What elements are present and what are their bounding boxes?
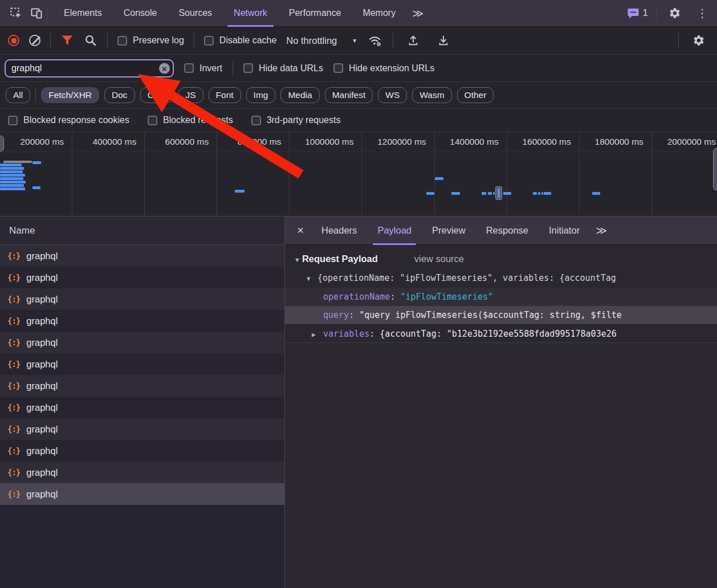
tab-performance[interactable]: Performance [278,0,352,27]
tab-elements[interactable]: Elements [53,0,113,27]
request-name: graphql [26,402,58,413]
request-name: graphql [26,316,58,326]
overflow-menu-icon[interactable]: ⋮ [693,6,711,20]
blocked-response-cookies-checkbox[interactable]: Blocked response cookies [8,115,129,125]
overview-selection-marker[interactable] [495,186,502,200]
request-details-panel: × HeadersPayloadPreviewResponseInitiator… [285,217,717,588]
expand-open-icon[interactable]: ▼ [307,270,317,288]
chip-img[interactable]: Img [246,87,276,103]
name-column-header[interactable]: Name [0,217,284,245]
preserve-log-checkbox[interactable]: Preserve log [117,35,184,46]
settings-gear-icon[interactable] [665,3,685,23]
disable-cache-checkbox[interactable]: Disable cache [204,35,277,46]
chip-ws[interactable]: WS [378,87,407,103]
request-row[interactable]: {:}graphql [0,397,284,418]
more-detail-tabs-icon[interactable]: ≫ [590,224,613,237]
chip-js[interactable]: JS [178,87,203,103]
requests-list: {:}graphql{:}graphql{:}graphql{:}graphql… [0,245,284,505]
payload-pane: ▼ Request Payload view source ▼{operatio… [285,245,717,343]
chip-css[interactable]: CSS [140,87,173,103]
clear-filter-icon[interactable]: × [159,63,170,74]
request-row[interactable]: {:}graphql [0,440,284,462]
view-source-link[interactable]: view source [414,254,464,264]
details-tab-headers[interactable]: Headers [311,217,367,245]
request-row[interactable]: {:}graphql [0,332,284,353]
payload-row-variables[interactable]: ▶variables: {accountTag: "b12e3b2192ee55… [285,324,717,342]
inspect-element-icon[interactable] [6,3,26,23]
request-row[interactable]: {:}graphql [0,462,284,483]
3rd-party-requests-checkbox[interactable]: 3rd-party requests [251,115,341,125]
divider [35,88,36,103]
close-details-icon[interactable]: × [290,224,311,237]
chip-media[interactable]: Media [280,87,319,103]
hide-data-urls-checkbox[interactable]: Hide data URLs [243,63,323,74]
network-conditions-icon[interactable] [367,31,383,50]
details-tab-payload[interactable]: Payload [367,217,422,245]
overview-left-gripper[interactable] [0,136,4,152]
details-tab-initiator[interactable]: Initiator [539,217,590,245]
divider [393,33,393,48]
hide-extension-urls-checkbox[interactable]: Hide extension URLs [333,63,434,74]
export-har-icon[interactable] [433,31,454,50]
chip-manifest[interactable]: Manifest [325,87,373,103]
payload-value: {accountTag: "b12e3b2192ee5588fdad995178… [380,329,616,339]
overview-right-gripper[interactable] [713,148,717,190]
payload-value: "query ipFlowTimeseries($accountTag: str… [359,310,622,320]
checkbox-box [251,116,261,125]
blocked-requests-checkbox[interactable]: Blocked requests [148,115,233,125]
chip-wasm[interactable]: Wasm [412,87,451,103]
json-braces-icon: {:} [7,273,20,282]
network-settings-gear-icon[interactable] [689,31,709,50]
overview-request-bar [235,190,245,193]
throttling-select[interactable]: No throttling ▼ [286,35,357,46]
request-row[interactable]: {:}graphql [0,375,284,397]
request-row[interactable]: {:}graphql [0,353,284,375]
chip-fetch-xhr[interactable]: Fetch/XHR [41,87,99,103]
filter-input[interactable] [5,59,174,77]
payload-row-operationName[interactable]: operationName: "ipFlowTimeseries" [285,288,717,306]
request-row[interactable]: {:}graphql [0,483,284,505]
chip-doc[interactable]: Doc [104,87,135,103]
import-har-icon[interactable] [403,31,423,50]
chip-all[interactable]: All [6,87,30,103]
device-toolbar-icon[interactable] [26,3,47,23]
json-braces-icon: {:} [7,424,20,434]
checkbox-box [148,116,157,125]
filter-icon[interactable] [60,31,74,50]
tab-console[interactable]: Console [113,0,168,27]
overview-request-bar [426,192,434,195]
details-tab-bar: × HeadersPayloadPreviewResponseInitiator… [285,217,717,245]
overview-request-bar [32,186,40,189]
tab-sources[interactable]: Sources [168,0,223,27]
request-name: graphql [26,337,58,348]
divider [107,33,108,48]
record-network-log-button[interactable] [8,35,19,46]
overview-request-bar [0,184,24,187]
request-row[interactable]: {:}graphql [0,267,284,288]
payload-root-preview[interactable]: ▼{operationName: "ipFlowTimeseries", var… [285,269,717,288]
clear-network-log-button[interactable] [29,35,40,46]
request-row[interactable]: {:}graphql [0,245,284,267]
overview-bars-layer [0,132,717,216]
details-tab-preview[interactable]: Preview [422,217,476,245]
network-overview-timeline[interactable]: 200000 ms400000 ms600000 ms800000 ms1000… [0,132,717,217]
chip-other[interactable]: Other [457,87,494,103]
chip-font[interactable]: Font [209,87,241,103]
more-tabs-icon[interactable]: ≫ [406,7,429,20]
expand-closed-icon[interactable]: ▶ [312,326,323,342]
issues-counter[interactable]: 1 [628,7,648,19]
top-bar-right: 1 ⋮ [628,3,711,23]
overview-request-bar [538,192,540,195]
details-tab-response[interactable]: Response [476,217,539,245]
invert-checkbox[interactable]: Invert [184,63,222,74]
search-icon[interactable] [84,31,97,50]
hide-extension-urls-label: Hide extension URLs [349,63,434,74]
request-row[interactable]: {:}graphql [0,288,284,310]
tab-network[interactable]: Network [223,0,278,27]
payload-row-query[interactable]: query: "query ipFlowTimeseries($accountT… [285,306,717,324]
expand-open-icon[interactable]: ▼ [294,256,300,263]
devtools-top-bar: ElementsConsoleSourcesNetworkPerformance… [0,0,717,27]
tab-memory[interactable]: Memory [352,0,406,27]
request-row[interactable]: {:}graphql [0,418,284,440]
request-row[interactable]: {:}graphql [0,310,284,332]
